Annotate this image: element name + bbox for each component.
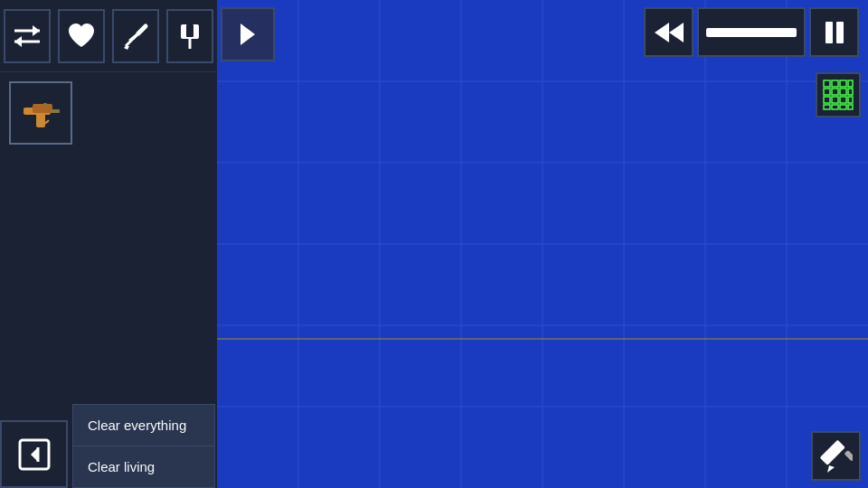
svg-rect-56 [844, 449, 853, 461]
pause-button[interactable] [809, 7, 859, 57]
progress-bar [706, 28, 797, 37]
svg-rect-46 [848, 97, 853, 103]
svg-marker-13 [33, 25, 40, 36]
play-button[interactable] [221, 7, 275, 61]
grid-canvas[interactable] [217, 0, 868, 488]
clear-everything-button[interactable]: Clear everything [73, 405, 214, 446]
edit-button[interactable] [811, 431, 861, 481]
svg-marker-31 [669, 23, 684, 42]
svg-rect-34 [836, 22, 844, 43]
top-toolbar [0, 0, 217, 72]
svg-rect-44 [832, 97, 838, 103]
svg-rect-39 [824, 89, 830, 95]
bottom-left-button[interactable] [0, 420, 68, 488]
progress-bar-container [697, 7, 806, 57]
swap-button[interactable] [4, 9, 51, 63]
svg-rect-29 [43, 103, 47, 106]
svg-rect-36 [832, 80, 838, 87]
svg-rect-26 [36, 113, 45, 127]
svg-rect-35 [824, 80, 830, 87]
rewind-button[interactable] [644, 7, 693, 57]
svg-marker-55 [827, 465, 835, 473]
grid-toggle-button[interactable] [816, 72, 861, 117]
svg-rect-40 [832, 89, 838, 95]
svg-rect-43 [824, 97, 830, 103]
svg-rect-48 [832, 105, 838, 109]
svg-rect-23 [186, 24, 193, 37]
svg-line-21 [129, 32, 140, 41]
svg-rect-27 [33, 104, 52, 113]
svg-rect-50 [848, 105, 853, 109]
sword-button[interactable] [112, 9, 159, 63]
svg-marker-17 [124, 46, 129, 50]
svg-rect-33 [826, 22, 833, 43]
heart-button[interactable] [58, 9, 105, 63]
svg-rect-41 [840, 89, 846, 95]
svg-rect-49 [840, 105, 846, 109]
clear-living-button[interactable]: Clear living [73, 446, 214, 487]
extra-button[interactable] [166, 9, 213, 63]
svg-rect-37 [840, 80, 846, 87]
svg-marker-53 [31, 447, 38, 462]
context-menu: Clear everything Clear living [72, 404, 215, 488]
svg-marker-30 [241, 23, 255, 45]
svg-rect-42 [848, 89, 853, 95]
item-slot[interactable] [9, 81, 72, 145]
svg-marker-14 [14, 36, 22, 47]
svg-rect-54 [820, 440, 845, 465]
svg-rect-45 [840, 97, 846, 103]
svg-rect-38 [848, 80, 853, 87]
top-right-controls [644, 7, 859, 57]
svg-marker-32 [655, 23, 669, 42]
svg-rect-28 [51, 109, 60, 113]
svg-rect-47 [824, 105, 830, 109]
